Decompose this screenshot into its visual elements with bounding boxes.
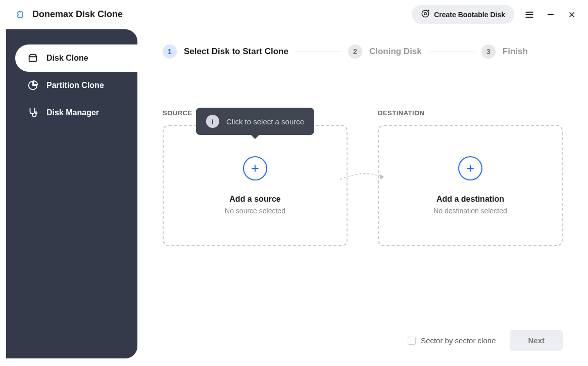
step-number: 2 xyxy=(348,44,362,59)
close-icon[interactable] xyxy=(566,9,578,21)
sidebar-item-label: Disk Manager xyxy=(46,108,99,117)
step-label: Cloning Disk xyxy=(369,47,422,57)
source-sub: No source selected xyxy=(225,207,285,215)
create-bootable-disk-label: Create Bootable Disk xyxy=(434,11,505,19)
checkbox-label: Sector by sector clone xyxy=(421,336,496,345)
step-number: 1 xyxy=(163,44,177,59)
step-label: Select Disk to Start Clone xyxy=(184,47,288,57)
step-3: 3 Finish xyxy=(481,44,528,59)
destination-heading: DESTINATION xyxy=(378,109,563,117)
minimize-icon[interactable] xyxy=(545,9,557,21)
source-dropzone[interactable]: i Click to select a source Add a source … xyxy=(163,125,348,246)
stethoscope-icon xyxy=(27,107,38,118)
steps: 1 Select Disk to Start Clone 2 Cloning D… xyxy=(163,44,563,59)
step-number: 3 xyxy=(481,44,496,59)
footer: Sector by sector clone Next xyxy=(408,330,563,351)
dropzones: SOURCE i Click to select a source xyxy=(163,109,563,246)
next-button[interactable]: Next xyxy=(510,330,563,351)
sidebar-item-label: Partition Clone xyxy=(46,81,104,90)
destination-title: Add a destination xyxy=(436,195,504,204)
destination-dropzone[interactable]: Add a destination No destination selecte… xyxy=(378,125,563,246)
svg-point-9 xyxy=(35,112,37,114)
disk-icon xyxy=(27,53,38,64)
sidebar-item-label: Disk Clone xyxy=(46,54,88,63)
sidebar-item-disk-clone[interactable]: Disk Clone xyxy=(15,44,137,72)
main-content: 1 Select Disk to Start Clone 2 Cloning D… xyxy=(137,29,588,366)
header-right: Create Bootable Disk xyxy=(412,5,578,24)
step-1: 1 Select Disk to Start Clone xyxy=(163,44,288,59)
tooltip-text: Click to select a source xyxy=(226,117,304,126)
svg-point-1 xyxy=(424,13,427,15)
header-left: Donemax Disk Clone xyxy=(14,9,123,21)
source-title: Add a source xyxy=(229,195,280,204)
menu-icon[interactable] xyxy=(523,9,535,21)
sidebar-item-disk-manager[interactable]: Disk Manager xyxy=(15,99,137,126)
sector-by-sector-checkbox[interactable]: Sector by sector clone xyxy=(408,336,496,345)
sidebar: Disk Clone Partition Clone xyxy=(6,29,137,358)
info-icon: i xyxy=(206,115,219,128)
disk-icon xyxy=(421,9,430,20)
pie-icon xyxy=(27,80,38,91)
source-tooltip: i Click to select a source xyxy=(196,108,314,135)
step-2: 2 Cloning Disk xyxy=(348,44,422,59)
step-divider xyxy=(429,52,474,52)
header: Donemax Disk Clone Create Bootable Disk xyxy=(0,0,588,29)
plus-icon xyxy=(458,156,482,180)
sidebar-item-partition-clone[interactable]: Partition Clone xyxy=(15,72,137,99)
checkbox-icon xyxy=(408,337,416,345)
app-title: Donemax Disk Clone xyxy=(32,9,123,20)
logo-icon xyxy=(14,9,26,21)
step-label: Finish xyxy=(503,47,528,57)
create-bootable-disk-button[interactable]: Create Bootable Disk xyxy=(412,5,514,24)
step-divider xyxy=(296,52,341,52)
plus-icon xyxy=(243,156,267,180)
destination-sub: No destination selected xyxy=(433,207,507,215)
